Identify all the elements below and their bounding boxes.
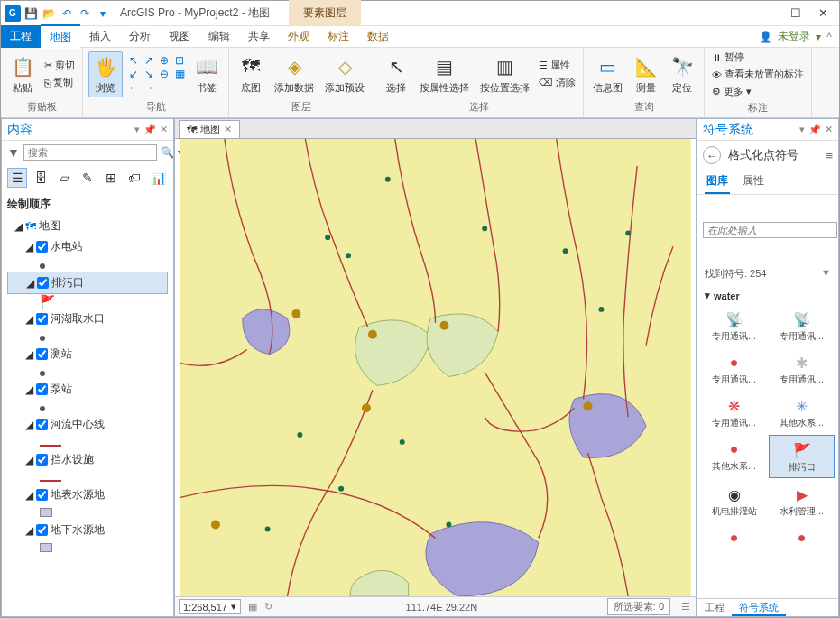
toc-layer-item[interactable]: ◢河流中心线 (7, 414, 168, 435)
contents-search-input[interactable] (23, 144, 157, 161)
tab-gallery[interactable]: 图库 (705, 170, 730, 194)
selectbyattr-button[interactable]: ▤按属性选择 (416, 52, 473, 97)
nav-se[interactable]: ↘ (142, 68, 156, 80)
nav-ne[interactable]: ↗ (142, 54, 156, 67)
status-tool2[interactable]: ↻ (261, 601, 276, 613)
symbol-item[interactable]: ❋专用通讯... (701, 392, 767, 433)
symbol-item[interactable]: ●其他水系... (701, 435, 767, 478)
basemap-button[interactable]: 🗺底图 (235, 52, 267, 97)
tab-properties[interactable]: 属性 (741, 170, 766, 194)
qat-redo-icon[interactable]: ↷ (77, 5, 93, 22)
qat-open-icon[interactable]: 📂 (41, 5, 57, 22)
tab-labeling[interactable]: 标注 (318, 25, 358, 48)
menu-icon[interactable]: ≡ (826, 149, 833, 162)
status-menu-icon[interactable]: ☰ (676, 601, 696, 613)
cut-button[interactable]: ✂剪切 (42, 58, 77, 73)
pin-icon[interactable]: 📌 (808, 124, 821, 135)
symbol-item[interactable]: 📡专用通讯... (769, 305, 835, 346)
copy-button[interactable]: ⎘复制 (42, 75, 77, 90)
tab-map[interactable]: 地图 (41, 24, 80, 49)
selected-count[interactable]: 所选要素: 0 (607, 598, 670, 615)
toc-layer-item[interactable]: ◢泵站 (7, 379, 168, 400)
draworder-icon[interactable]: ☰ (7, 168, 27, 188)
locate-button[interactable]: 🔭定位 (666, 52, 698, 97)
symbol-item[interactable]: ◉机电排灌站 (701, 480, 767, 521)
close-tab-icon[interactable]: ✕ (224, 124, 232, 135)
options-icon[interactable]: ▾ (799, 124, 805, 135)
tab-analysis[interactable]: 分析 (120, 25, 160, 48)
toc-layer-item[interactable]: ◢挡水设施 (7, 449, 168, 470)
layer-checkbox[interactable] (36, 383, 48, 395)
nav-full[interactable]: ⊡ (172, 54, 187, 67)
bookmarks-button[interactable]: 📖书签 (190, 52, 223, 97)
pin-icon[interactable]: 📌 (143, 124, 156, 135)
toc-layer-item[interactable]: ◢排污口 (7, 272, 168, 294)
nav-sel[interactable]: ▦ (172, 68, 187, 80)
tab-share[interactable]: 共享 (239, 25, 279, 48)
tab-data[interactable]: 数据 (358, 25, 398, 48)
category-header[interactable]: ▾water (701, 286, 835, 305)
toc-layer-item[interactable]: ◢河湖取水口 (7, 309, 168, 329)
unplaced-button[interactable]: 👁查看未放置的标注 (710, 67, 806, 82)
tab-insert[interactable]: 插入 (80, 25, 120, 48)
symbol-item[interactable]: 📡专用通讯... (701, 305, 767, 346)
layer-checkbox[interactable] (36, 348, 48, 360)
chart-icon[interactable]: 📊 (148, 168, 168, 188)
login-area[interactable]: 👤 未登录 ▾ ^ (759, 29, 839, 44)
symbol-item[interactable]: 🚩排污口 (769, 435, 835, 478)
addpreset-button[interactable]: ◇添加预设 (321, 52, 368, 97)
explore-button[interactable]: 🖐浏览 (88, 51, 123, 97)
clear-button[interactable]: ⌫清除 (537, 75, 577, 90)
collapse-ribbon-icon[interactable]: ^ (826, 31, 832, 43)
back-button[interactable]: ← (703, 146, 721, 164)
close-pane-icon[interactable]: ✕ (825, 124, 833, 135)
filter-icon[interactable]: ▼ (7, 145, 20, 160)
qat-undo-icon[interactable]: ↶ (59, 5, 75, 22)
map-canvas[interactable] (175, 139, 696, 596)
symbol-item[interactable]: ● (769, 523, 835, 552)
symbol-search-input[interactable] (703, 222, 837, 238)
symbol-item[interactable]: ●专用通讯... (701, 348, 767, 390)
source-icon[interactable]: 🗄 (31, 168, 51, 188)
qat-save-icon[interactable]: 💾 (23, 5, 39, 22)
tab-view[interactable]: 视图 (160, 25, 199, 48)
qat-dropdown-icon[interactable]: ▾ (95, 5, 111, 22)
bottom-tab-project[interactable]: 工程 (697, 599, 732, 616)
layer-checkbox[interactable] (36, 241, 48, 253)
minimize-button[interactable]: — (756, 5, 781, 23)
attributes-button[interactable]: ☰属性 (537, 58, 577, 73)
snapping-icon[interactable]: ⊞ (101, 168, 121, 188)
app-icon[interactable]: G (5, 5, 21, 22)
scale-input[interactable]: 1:268,517▾ (179, 599, 241, 614)
tab-appearance[interactable]: 外观 (279, 25, 318, 48)
toc-layer-item[interactable]: ◢水电站 (7, 236, 168, 257)
search-icon[interactable]: 🔍 (161, 146, 174, 159)
symbol-item[interactable]: ● (701, 523, 767, 552)
nav-next[interactable]: → (142, 81, 156, 94)
nav-nw[interactable]: ↖ (126, 54, 141, 67)
symbol-item[interactable]: ✳其他水系... (769, 392, 835, 433)
infographics-button[interactable]: ▭信息图 (589, 52, 626, 97)
label-icon[interactable]: 🏷 (125, 168, 144, 188)
layer-checkbox[interactable] (36, 313, 48, 325)
layer-checkbox[interactable] (36, 419, 48, 430)
toc-layer-item[interactable]: ◢测站 (7, 344, 168, 364)
close-button[interactable]: ✕ (810, 5, 835, 23)
select-button[interactable]: ↖选择 (380, 52, 412, 97)
adddata-button[interactable]: ◈添加数据 (271, 52, 318, 97)
tab-project[interactable]: 工程 (1, 25, 41, 48)
toc-map-item[interactable]: ◢🗺地图 (7, 216, 168, 236)
selectbyloc-button[interactable]: ▥按位置选择 (476, 52, 533, 97)
nav-prev[interactable]: ← (126, 81, 141, 94)
maximize-button[interactable]: ☐ (783, 5, 808, 23)
layer-checkbox[interactable] (37, 277, 49, 289)
edit-icon[interactable]: ✎ (78, 168, 97, 188)
pause-button[interactable]: ⏸暂停 (710, 50, 806, 65)
symbol-item[interactable]: ▶水利管理... (769, 480, 835, 521)
nav-sw[interactable]: ↙ (126, 68, 141, 80)
selection-icon[interactable]: ▱ (54, 168, 74, 188)
layer-checkbox[interactable] (36, 489, 48, 501)
nav-zoom-out[interactable]: ⊖ (157, 68, 171, 80)
nav-zoom-in[interactable]: ⊕ (157, 54, 171, 67)
symbol-item[interactable]: ✱专用通讯... (769, 348, 835, 390)
